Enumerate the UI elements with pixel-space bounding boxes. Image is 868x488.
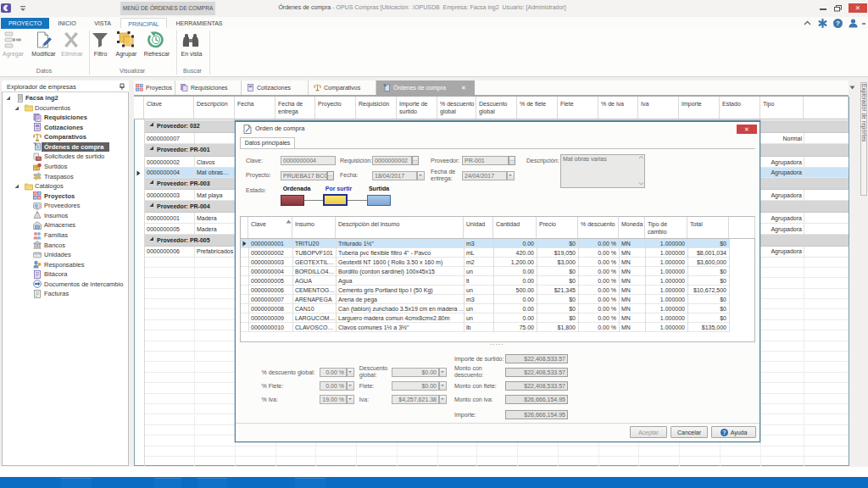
svg-text:?: ?: [836, 19, 840, 27]
svg-text:?: ?: [722, 430, 726, 435]
